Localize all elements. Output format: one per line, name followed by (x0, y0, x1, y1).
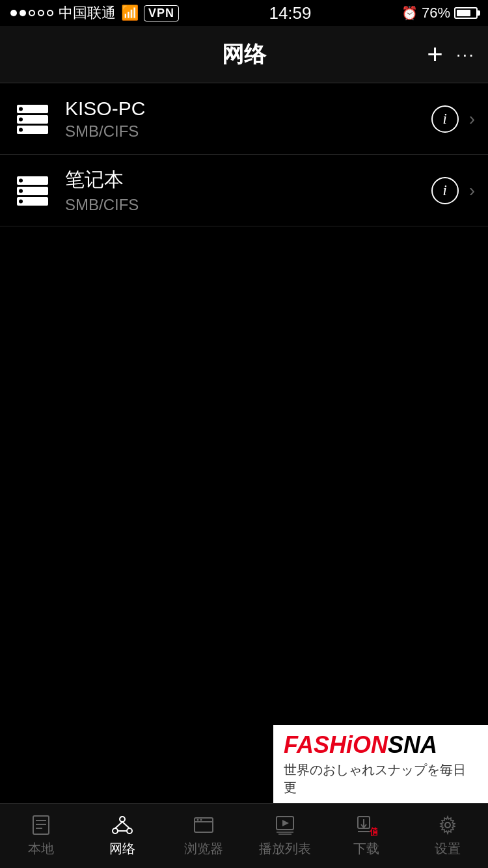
item-text-kiso-pc: KISO-PC SMB/CIFS (65, 98, 431, 141)
svg-point-17 (113, 828, 118, 834)
svg-point-25 (200, 819, 202, 821)
svg-text:值: 值 (369, 826, 377, 836)
tab-download-label: 下载 (353, 840, 379, 858)
svg-line-19 (115, 822, 122, 828)
carrier-name: 中国联通 (59, 3, 116, 23)
info-button-notebook[interactable]: i (431, 177, 459, 204)
item-protocol-kiso-pc: SMB/CIFS (65, 122, 431, 141)
chevron-icon-notebook[interactable]: › (469, 180, 475, 201)
tab-settings[interactable]: 设置 (407, 804, 488, 868)
item-protocol-notebook: SMB/CIFS (65, 196, 431, 214)
svg-point-24 (197, 819, 198, 821)
info-button-kiso-pc[interactable]: i (431, 105, 459, 133)
tab-local[interactable]: 本地 (0, 804, 81, 868)
tab-playlist-label: 播放列表 (259, 840, 311, 858)
server-svg (16, 102, 49, 136)
local-icon (30, 814, 52, 836)
settings-icon (437, 814, 459, 836)
svg-point-5 (19, 128, 23, 131)
network-icon (111, 814, 133, 836)
ad-title: FASHiONSNA (284, 731, 478, 759)
browser-icon (193, 814, 215, 836)
signal-dot-4 (38, 10, 44, 16)
tab-local-label: 本地 (28, 840, 54, 858)
tab-settings-label: 设置 (435, 840, 461, 858)
clock: 14:59 (269, 3, 311, 23)
tab-network-label: 网络 (109, 840, 135, 858)
nav-bar: 网络 + ··· (0, 26, 488, 83)
network-item-kiso-pc[interactable]: KISO-PC SMB/CIFS i › (0, 83, 488, 155)
signal-dot-2 (20, 10, 26, 16)
more-button[interactable]: ··· (456, 44, 475, 65)
playlist-icon (274, 814, 296, 836)
status-left: 中国联通 📶 VPN (10, 3, 179, 23)
tab-bar: 本地 网络 浏览器 播放列表 (0, 803, 488, 868)
item-name-notebook: 笔记本 (65, 167, 431, 193)
item-actions-notebook: i › (431, 177, 475, 204)
item-name-kiso-pc: KISO-PC (65, 98, 431, 120)
svg-point-16 (120, 817, 125, 822)
signal-strength (10, 10, 53, 16)
vpn-badge: VPN (144, 5, 179, 21)
svg-point-11 (19, 199, 23, 203)
signal-dot-3 (29, 10, 35, 16)
tab-download[interactable]: 值 下载 (325, 804, 407, 868)
ad-snap-text: SNA (388, 731, 437, 758)
alarm-icon: ⏰ (401, 5, 418, 21)
page-title: 网络 (222, 40, 266, 70)
chevron-icon-kiso-pc[interactable]: › (469, 109, 475, 129)
ad-banner[interactable]: FASHiONSNA 世界のおしゃれスナップを毎日更 (273, 725, 488, 803)
item-actions-kiso-pc: i › (431, 105, 475, 133)
item-text-notebook: 笔记本 SMB/CIFS (65, 167, 431, 214)
ad-fashion-text: FASHiON (284, 731, 388, 758)
tab-browser-label: 浏览器 (184, 840, 223, 858)
download-icon: 值 (355, 814, 377, 836)
svg-point-1 (19, 107, 23, 111)
battery-percentage: 76% (422, 5, 450, 21)
server-icon-notebook (13, 171, 52, 210)
svg-point-18 (127, 828, 132, 834)
ad-subtitle: 世界のおしゃれスナップを毎日更 (284, 761, 478, 796)
svg-point-3 (19, 117, 23, 121)
server-svg-notebook (16, 174, 49, 208)
status-bar: 中国联通 📶 VPN 14:59 ⏰ 76% (0, 0, 488, 26)
server-icon (13, 100, 52, 139)
status-right: ⏰ 76% (401, 5, 478, 21)
battery-icon (454, 7, 478, 19)
svg-point-34 (445, 822, 450, 828)
svg-point-7 (19, 178, 23, 182)
add-button[interactable]: + (427, 41, 443, 68)
network-item-notebook[interactable]: 笔记本 SMB/CIFS i › (0, 155, 488, 226)
network-list: KISO-PC SMB/CIFS i › 笔记本 SMB/CIFS i › (0, 83, 488, 226)
tab-network[interactable]: 网络 (81, 804, 163, 868)
battery-fill (457, 10, 470, 16)
nav-actions: + ··· (427, 41, 475, 68)
signal-dot-5 (47, 10, 53, 16)
tab-playlist[interactable]: 播放列表 (244, 804, 325, 868)
svg-point-9 (19, 189, 23, 193)
signal-dot-1 (10, 10, 17, 16)
ad-content: FASHiONSNA 世界のおしゃれスナップを毎日更 (273, 725, 488, 803)
svg-marker-29 (282, 820, 289, 826)
svg-line-20 (122, 822, 129, 828)
tab-browser[interactable]: 浏览器 (163, 804, 244, 868)
wifi-icon: 📶 (121, 5, 139, 21)
